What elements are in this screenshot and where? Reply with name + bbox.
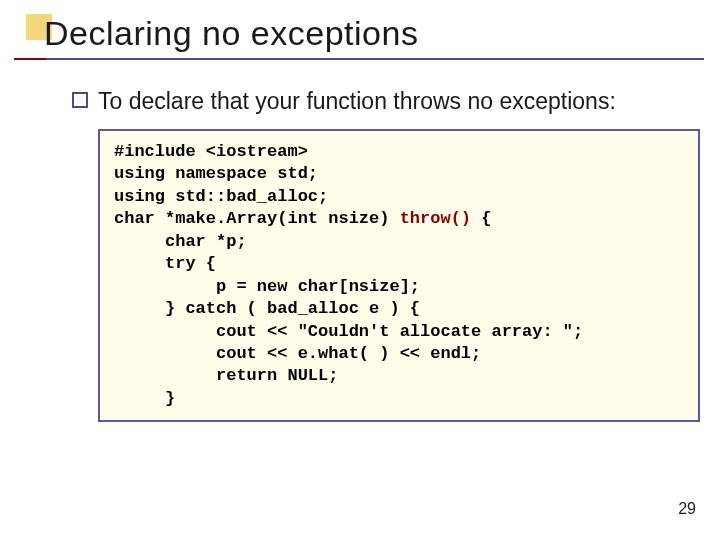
slide-title: Declaring no exceptions — [44, 14, 418, 53]
code-line: } catch ( bad_alloc e ) { — [114, 299, 420, 318]
slide-number: 29 — [678, 500, 696, 518]
code-line: using std::bad_alloc; — [114, 187, 328, 206]
code-line: { — [471, 209, 491, 228]
bullet-row: To declare that your function throws no … — [72, 88, 690, 115]
code-keyword-throw: throw() — [400, 209, 471, 228]
code-line: char *p; — [114, 232, 247, 251]
slide-body: To declare that your function throws no … — [72, 88, 690, 422]
code-line: cout << "Couldn't allocate array: "; — [114, 322, 583, 341]
code-line: p = new char[nsize]; — [114, 277, 420, 296]
title-underline — [14, 58, 704, 60]
code-box: #include <iostream> using namespace std;… — [98, 129, 700, 422]
code-line: cout << e.what( ) << endl; — [114, 344, 481, 363]
slide: Declaring no exceptions To declare that … — [0, 0, 720, 540]
square-bullet-icon — [72, 92, 88, 108]
code-line: } — [114, 389, 175, 408]
code-line: #include <iostream> — [114, 142, 308, 161]
code-line: return NULL; — [114, 366, 338, 385]
code-listing: #include <iostream> using namespace std;… — [114, 141, 684, 410]
code-line: try { — [114, 254, 216, 273]
code-line: using namespace std; — [114, 164, 318, 183]
title-underline-accent — [14, 58, 46, 60]
code-line: char *make.Array(int nsize) — [114, 209, 400, 228]
bullet-text: To declare that your function throws no … — [98, 88, 616, 115]
